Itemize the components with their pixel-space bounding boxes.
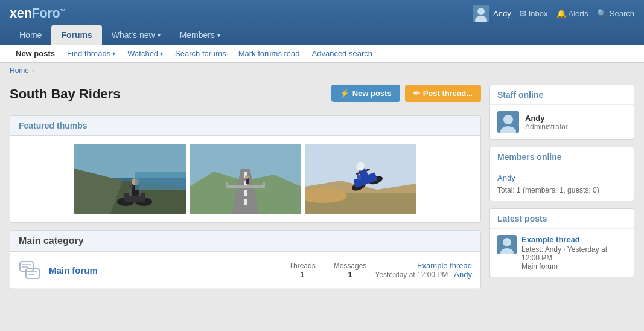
members-online-box: Members online Andy Total: 1 (members: 1… <box>489 147 634 201</box>
staff-online-header: Staff online <box>490 85 634 105</box>
featured-thumb-2[interactable] <box>190 144 301 214</box>
post-thread-button[interactable]: ✏ Post thread... <box>405 85 481 102</box>
svg-rect-26 <box>246 178 249 184</box>
subnav-advanced-search-label: Advanced search <box>312 49 372 58</box>
forum-row: Main forum Threads 1 Messages 1 Example … <box>10 252 480 289</box>
alerts-link[interactable]: 🔔 Alerts <box>556 9 588 18</box>
last-thread-author[interactable]: Andy <box>454 270 472 279</box>
svg-rect-14 <box>129 185 133 187</box>
staff-online-box: Staff online Andy Administrator <box>489 85 634 140</box>
sub-nav: New posts Find threads ▾ Watched ▾ Searc… <box>0 45 644 63</box>
page-title: South Bay Riders <box>10 86 120 102</box>
threads-label: Threads <box>289 262 316 270</box>
subnav-watched[interactable]: Watched ▾ <box>121 45 169 62</box>
nav-home[interactable]: Home <box>10 25 51 45</box>
members-online-total: Total: 1 (members: 1, guests: 0) <box>497 186 626 194</box>
subnav-new-posts[interactable]: New posts <box>10 45 61 62</box>
messages-count: 1 <box>334 270 367 279</box>
subnav-new-posts-label: New posts <box>16 49 55 58</box>
site-logo[interactable]: xenForo™ <box>10 5 65 21</box>
search-icon: 🔍 <box>597 9 607 18</box>
sidebar: Staff online Andy Administrator <box>489 85 634 297</box>
last-thread-link[interactable]: Example thread <box>417 261 472 270</box>
user-avatar <box>473 5 489 22</box>
inbox-label: Inbox <box>529 9 548 18</box>
alerts-label: Alerts <box>569 9 588 18</box>
threads-stat: Threads 1 <box>289 262 316 279</box>
user-name: Andy <box>493 9 511 18</box>
breadcrumb: Home › <box>0 63 644 79</box>
staff-online-content: Andy Administrator <box>490 105 634 139</box>
search-button[interactable]: 🔍 Search <box>597 9 634 18</box>
staff-info: Andy Administrator <box>525 114 568 131</box>
svg-point-1 <box>477 8 485 15</box>
subnav-search-forums-label: Search forums <box>175 49 226 58</box>
members-online-list: Andy <box>497 173 626 182</box>
action-buttons: ⚡ New posts ✏ Post thread... <box>331 85 481 102</box>
members-chevron: ▾ <box>217 32 220 39</box>
staff-name: Andy <box>525 114 568 123</box>
featured-thumbs-box: Featured thumbs <box>10 115 481 223</box>
edit-icon: ✏ <box>413 89 420 98</box>
latest-posts-box: Latest posts Example thread Latest: Andy… <box>489 208 634 277</box>
lp-meta: Latest: Andy · Yesterday at 12:00 PM <box>521 245 626 262</box>
subnav-advanced-search[interactable]: Advanced search <box>306 45 378 62</box>
last-thread-time: Yesterday at 12:00 PM <box>375 271 448 279</box>
new-posts-button[interactable]: ⚡ New posts <box>331 85 400 102</box>
nav-home-label: Home <box>19 30 42 40</box>
last-thread-meta: Yesterday at 12:00 PM · Andy <box>375 270 472 279</box>
nav-forums[interactable]: Forums <box>51 25 101 45</box>
user-link[interactable]: Andy <box>473 5 511 22</box>
featured-thumb-1[interactable] <box>74 144 186 214</box>
latest-post-item: Example thread Latest: Andy · Yesterday … <box>497 235 626 271</box>
main-nav: Home Forums What's new ▾ Members ▾ <box>10 25 634 45</box>
subnav-watched-label: Watched <box>127 49 158 58</box>
subnav-find-threads-label: Find threads <box>67 49 110 58</box>
site-header: xenForo™ Andy ✉ Inbox 🔔 Alerts <box>0 0 644 45</box>
category-header: Main category <box>10 231 480 252</box>
nav-whats-new[interactable]: What's new ▾ <box>102 25 170 45</box>
logo-tm: ™ <box>60 8 65 14</box>
subnav-find-threads[interactable]: Find threads ▾ <box>61 45 121 62</box>
subnav-search-forums[interactable]: Search forums <box>169 45 232 62</box>
svg-point-27 <box>245 175 249 179</box>
threads-count: 1 <box>289 270 316 279</box>
featured-thumbs-content <box>10 136 480 222</box>
svg-rect-23 <box>226 185 265 188</box>
search-label: Search <box>610 9 634 18</box>
watched-chevron: ▾ <box>160 50 163 57</box>
forum-last: Example thread Yesterday at 12:00 PM · A… <box>375 261 472 279</box>
subnav-mark-forums-read-label: Mark forums read <box>238 49 300 58</box>
title-actions-row: South Bay Riders ⚡ New posts ✏ Post thre… <box>10 85 481 109</box>
staff-member: Andy Administrator <box>497 111 626 133</box>
main-category-box: Main category Main forum T <box>10 230 481 289</box>
svg-rect-22 <box>244 199 247 205</box>
featured-thumb-3[interactable] <box>305 144 416 214</box>
members-online-header: Members online <box>490 147 634 167</box>
staff-role: Administrator <box>525 123 568 131</box>
header-nav-right: Andy ✉ Inbox 🔔 Alerts 🔍 Search <box>473 5 634 22</box>
latest-posts-header: Latest posts <box>490 209 634 229</box>
members-online-content: Andy Total: 1 (members: 1, guests: 0) <box>490 167 634 201</box>
forum-stats: Threads 1 Messages 1 <box>289 262 367 279</box>
nav-members[interactable]: Members ▾ <box>170 25 230 45</box>
main-column: South Bay Riders ⚡ New posts ✏ Post thre… <box>10 85 481 297</box>
post-thread-button-label: Post thread... <box>423 89 473 98</box>
subnav-mark-forums-read[interactable]: Mark forums read <box>232 45 306 62</box>
logo-foro: Foro <box>31 5 60 21</box>
inbox-link[interactable]: ✉ Inbox <box>520 9 548 18</box>
forum-name[interactable]: Main forum <box>49 265 281 275</box>
page-content: South Bay Riders ⚡ New posts ✏ Post thre… <box>0 79 644 306</box>
lp-thread-link[interactable]: Example thread <box>521 235 626 244</box>
latest-posts-content: Example thread Latest: Andy · Yesterday … <box>490 229 634 277</box>
svg-rect-24 <box>226 182 228 188</box>
whats-new-chevron: ▾ <box>158 32 161 39</box>
breadcrumb-home-label: Home <box>10 66 29 75</box>
online-member-link[interactable]: Andy <box>497 173 515 182</box>
lp-content: Example thread Latest: Andy · Yesterday … <box>521 235 626 271</box>
lightning-icon: ⚡ <box>340 89 349 98</box>
breadcrumb-home[interactable]: Home <box>10 66 29 75</box>
header-top: xenForo™ Andy ✉ Inbox 🔔 Alerts <box>10 5 634 25</box>
svg-rect-15 <box>135 172 186 190</box>
staff-avatar <box>497 111 519 133</box>
